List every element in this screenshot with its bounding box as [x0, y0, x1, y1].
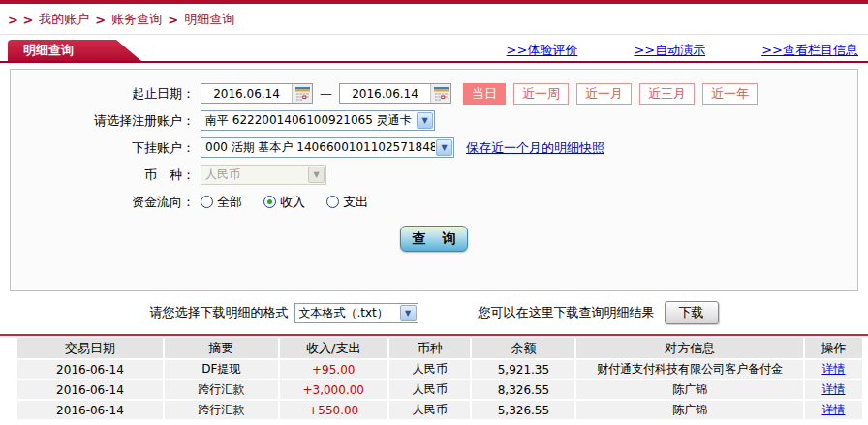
fund-flow-income-label: 收入 — [280, 194, 305, 211]
header-currency: 币种 — [388, 338, 470, 358]
fund-flow-expense-label: 支出 — [343, 194, 368, 211]
end-date-field[interactable] — [339, 83, 451, 104]
query-button[interactable]: 查 询 — [400, 226, 468, 252]
end-date-input[interactable] — [340, 87, 430, 101]
cell-trade-date: 2016-06-14 — [17, 360, 163, 379]
start-date-calendar-icon[interactable] — [292, 84, 312, 103]
radio-icon — [326, 196, 339, 208]
header-summary: 摘要 — [163, 338, 278, 358]
cell-amount: +3,000.00 — [278, 380, 388, 399]
chevron-down-icon: ▼ — [400, 305, 417, 321]
calendar-icon — [295, 87, 310, 101]
breadcrumb-separator: > — [95, 13, 106, 27]
download-format-value: 文本格式（.txt） — [295, 305, 399, 321]
end-date-calendar-icon[interactable] — [430, 84, 450, 103]
cell-balance: 8,326.55 — [470, 380, 574, 399]
cell-balance: 5,921.35 — [470, 360, 574, 379]
auto-demo-link[interactable]: >>自动演示 — [634, 42, 705, 59]
download-hint: 您可以在这里下载查询明细结果 — [479, 304, 655, 321]
breadcrumb-prefix: > > — [8, 13, 33, 27]
transactions-table: 交易日期 摘要 收入/支出 币种 余额 对方信息 操作 2016-06-14 D… — [17, 336, 862, 421]
download-button[interactable]: 下载 — [665, 301, 719, 324]
cell-summary: 跨行汇款 — [163, 380, 278, 399]
breadcrumb-item-account-query[interactable]: 账务查询 — [111, 11, 162, 28]
currency-select: 人民币 ▼ — [201, 165, 326, 185]
top-links: >>体验评价 >>自动演示 >>查看栏目信息 — [507, 42, 858, 59]
cell-amount: +550.00 — [278, 401, 388, 419]
chevron-down-icon: ▼ — [417, 112, 433, 129]
header-action: 操作 — [803, 338, 862, 358]
detail-link[interactable]: 详情 — [822, 362, 845, 376]
header-amount: 收入/支出 — [278, 338, 388, 358]
quick-range-month-button[interactable]: 近一月 — [576, 83, 632, 105]
currency-label: 币 种： — [11, 167, 201, 184]
download-format-select[interactable]: 文本格式（.txt） ▼ — [294, 303, 418, 323]
sub-account-select[interactable]: 000 活期 基本户 1406600101102571848 ▼ — [201, 137, 454, 158]
detail-link[interactable]: 详情 — [822, 403, 845, 416]
cell-trade-date: 2016-06-14 — [17, 380, 163, 399]
experience-rating-link[interactable]: >>体验评价 — [507, 42, 578, 59]
register-account-row: 请选择注册账户： 南平 6222001406100921065 灵通卡 ▼ — [11, 110, 857, 131]
detail-link[interactable]: 详情 — [822, 382, 845, 396]
table-row: 2016-06-14 跨行汇款 +3,000.00 人民币 8,326.55 陈… — [17, 380, 862, 399]
date-range-dash: — — [320, 86, 332, 101]
fund-flow-label: 资金流向： — [11, 194, 201, 211]
cell-counterparty: 财付通支付科技有限公司客户备付金 — [574, 360, 802, 379]
cell-currency: 人民币 — [388, 360, 470, 379]
date-range-label: 起止日期： — [11, 85, 201, 103]
download-format-label: 请您选择下载明细的格式 — [150, 304, 289, 321]
register-account-select[interactable]: 南平 6222001406100921065 灵通卡 ▼ — [201, 110, 435, 131]
breadcrumb-separator: > — [168, 13, 178, 27]
cell-summary: DF提现 — [163, 360, 278, 379]
tab-bar: 明细查询 >>体验评价 >>自动演示 >>查看栏目信息 — [0, 40, 868, 63]
cell-currency: 人民币 — [388, 380, 470, 399]
fund-flow-income-radio[interactable]: 收入 — [264, 194, 305, 211]
quick-range-week-button[interactable]: 近一周 — [513, 83, 569, 105]
sub-account-value: 000 活期 基本户 1406600101102571848 — [202, 139, 435, 156]
header-trade-date: 交易日期 — [17, 338, 163, 358]
register-account-value: 南平 6222001406100921065 灵通卡 — [202, 112, 416, 129]
tab-detail-query[interactable]: 明细查询 — [8, 40, 141, 61]
cell-trade-date: 2016-06-14 — [17, 401, 163, 419]
cell-counterparty: 陈广锦 — [574, 380, 802, 399]
fund-flow-all-radio[interactable]: 全部 — [201, 194, 242, 211]
breadcrumb: > > 我的账户 > 账务查询 > 明细查询 — [0, 4, 868, 35]
save-snapshot-link[interactable]: 保存近一个月的明细快照 — [466, 139, 604, 157]
download-row: 请您选择下载明细的格式 文本格式（.txt） ▼ 您可以在这里下载查询明细结果 … — [0, 300, 868, 325]
cell-amount: +95.00 — [278, 360, 388, 379]
start-date-input[interactable] — [202, 87, 292, 101]
radio-icon — [201, 196, 213, 208]
cell-summary: 跨行汇款 — [163, 401, 278, 419]
radio-checked-icon — [264, 196, 276, 208]
sub-account-row: 下挂账户： 000 活期 基本户 1406600101102571848 ▼ 保… — [11, 137, 857, 158]
breadcrumb-item-detail-query[interactable]: 明细查询 — [184, 11, 234, 28]
quick-range-year-button[interactable]: 近一年 — [702, 83, 758, 105]
currency-row: 币 种： 人民币 ▼ — [11, 165, 857, 185]
cell-counterparty: 陈广锦 — [574, 401, 802, 419]
register-account-label: 请选择注册账户： — [11, 112, 201, 130]
calendar-icon — [434, 87, 449, 101]
chevron-down-icon: ▼ — [436, 139, 452, 156]
fund-flow-row: 资金流向： 全部 收入 支出 — [11, 192, 857, 212]
quick-range-today-button[interactable]: 当日 — [463, 83, 506, 105]
cell-balance: 5,326.55 — [470, 401, 574, 419]
table-header-row: 交易日期 摘要 收入/支出 币种 余额 对方信息 操作 — [17, 338, 862, 358]
header-counterparty: 对方信息 — [574, 338, 802, 358]
table-row: 2016-06-14 跨行汇款 +550.00 人民币 5,326.55 陈广锦… — [17, 401, 862, 419]
fund-flow-all-label: 全部 — [217, 194, 242, 211]
table-row: 2016-06-14 DF提现 +95.00 人民币 5,921.35 财付通支… — [17, 360, 862, 379]
date-range-row: 起止日期： — — [11, 83, 857, 104]
chevron-down-icon: ▼ — [308, 167, 325, 183]
breadcrumb-item-my-account[interactable]: 我的账户 — [39, 11, 89, 28]
start-date-field[interactable] — [201, 83, 313, 104]
tab-label: 明细查询 — [23, 42, 74, 59]
query-form-panel: 起止日期： — — [10, 69, 858, 291]
currency-value: 人民币 — [202, 167, 307, 183]
cell-currency: 人民币 — [388, 401, 470, 419]
quick-range-3months-button[interactable]: 近三月 — [639, 83, 695, 105]
fund-flow-expense-radio[interactable]: 支出 — [326, 194, 368, 211]
query-button-row: 查 询 — [11, 226, 857, 252]
sub-account-label: 下挂账户： — [11, 139, 201, 157]
header-balance: 余额 — [470, 338, 574, 358]
view-column-info-link[interactable]: >>查看栏目信息 — [761, 42, 858, 59]
